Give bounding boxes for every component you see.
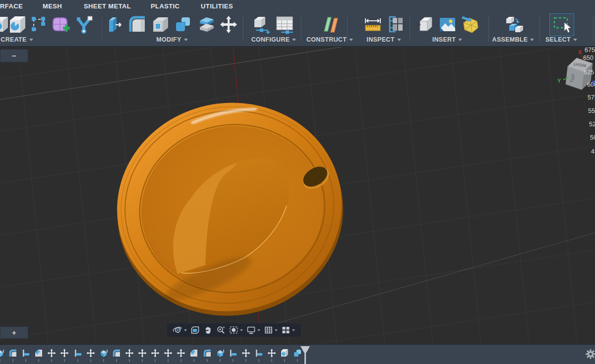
- sketch-feature-icon[interactable]: [228, 348, 238, 358]
- browser-collapse-button[interactable]: −: [0, 49, 28, 62]
- grid-scale-number: 525: [589, 121, 595, 128]
- move-feature-icon[interactable]: [241, 348, 251, 358]
- zoom-icon: [216, 325, 226, 335]
- dropdown-caret-icon: [349, 39, 353, 41]
- chamfer-feature-icon[interactable]: [34, 348, 44, 358]
- pan-button[interactable]: [202, 323, 214, 337]
- insert-derive-icon[interactable]: [414, 15, 433, 35]
- create-form-icon[interactable]: [50, 15, 72, 35]
- zoom-button[interactable]: [215, 323, 227, 337]
- group-label-construct[interactable]: CONSTRUCT: [305, 36, 355, 44]
- timeline-tick: [38, 359, 39, 362]
- modify-press-pull-icon[interactable]: [106, 15, 123, 35]
- toolbar-separator: [301, 16, 301, 42]
- create-pattern-icon[interactable]: [30, 15, 47, 35]
- fillet-feature-icon[interactable]: [202, 348, 212, 358]
- look-at-button[interactable]: [189, 323, 201, 337]
- group-label-text: MODIFY: [156, 36, 181, 43]
- modify-shell-icon[interactable]: [151, 15, 169, 35]
- orbit-icon: [173, 325, 182, 335]
- viewports-button[interactable]: [280, 323, 297, 337]
- orbit-button[interactable]: [172, 323, 188, 337]
- plus-icon: +: [12, 328, 16, 337]
- sketch-feature-icon[interactable]: [73, 348, 83, 358]
- select-tool-button[interactable]: [549, 13, 574, 36]
- insert-mesh-icon[interactable]: [460, 15, 480, 35]
- grid-icon: [264, 325, 273, 335]
- tab-plastic[interactable]: PLASTIC: [151, 2, 179, 10]
- modify-combine-icon[interactable]: [174, 15, 192, 35]
- grid-scale-number: 625: [584, 69, 594, 76]
- model-coffee-cup-lid[interactable]: [100, 85, 360, 334]
- viewport-3d[interactable]: RIGHT TOP X Y 67565062560057555052550047…: [0, 47, 595, 344]
- timeline-settings-gear-icon[interactable]: [585, 349, 595, 360]
- hole-feature-icon[interactable]: [280, 348, 290, 358]
- fillet-feature-icon[interactable]: [8, 348, 18, 358]
- timeline-tick: [116, 359, 117, 362]
- timeline-tick: [90, 359, 91, 362]
- modify-split-body-icon[interactable]: [197, 15, 215, 35]
- move-feature-icon[interactable]: [267, 348, 277, 358]
- fit-button[interactable]: [228, 323, 244, 337]
- insert-canvas-icon[interactable]: [438, 15, 457, 35]
- timeline-tick: [271, 359, 272, 362]
- main-toolbar: CREATE MODIFY CONFIGURE CONSTRUCT INSPEC…: [0, 12, 595, 47]
- assemble-new-component-icon[interactable]: [502, 15, 524, 35]
- timeline-tick: [77, 359, 78, 362]
- sketch-feature-icon[interactable]: [21, 348, 31, 358]
- timeline-tick: [284, 359, 285, 362]
- create-pipe-icon[interactable]: [73, 15, 95, 35]
- move-feature-icon[interactable]: [124, 348, 134, 358]
- group-label-configure[interactable]: CONFIGURE: [249, 36, 298, 44]
- tab-utilities[interactable]: UTILITIES: [201, 2, 233, 10]
- dropdown-caret-icon: [275, 329, 278, 331]
- sketch-feature-icon[interactable]: [254, 348, 264, 358]
- tab-sheet-metal[interactable]: SHEET METAL: [84, 2, 131, 10]
- move-feature-icon[interactable]: [176, 348, 186, 358]
- timeline-tick: [168, 359, 169, 362]
- group-label-assemble[interactable]: ASSEMBLE: [488, 36, 538, 44]
- group-label-modify[interactable]: MODIFY: [147, 36, 197, 44]
- group-label-create[interactable]: CREATE: [0, 36, 34, 44]
- move-feature-icon[interactable]: [137, 348, 147, 358]
- viewcube-axis-z-label: Z: [592, 80, 595, 87]
- tab-mesh[interactable]: MESH: [43, 2, 62, 10]
- configuration-table-icon[interactable]: [274, 15, 295, 35]
- move-feature-icon[interactable]: [60, 348, 69, 358]
- fillet-feature-icon[interactable]: [112, 348, 121, 358]
- chamfer-feature-icon[interactable]: [189, 348, 199, 358]
- configure-feature-icon[interactable]: [251, 15, 271, 35]
- tab-surface[interactable]: RFACE: [0, 2, 23, 10]
- move-feature-icon[interactable]: [150, 348, 160, 358]
- move-feature-icon[interactable]: [47, 348, 57, 358]
- viewports-icon: [281, 325, 291, 335]
- dropdown-caret-icon: [292, 329, 295, 331]
- create-hole-icon[interactable]: [6, 15, 27, 35]
- group-label-select[interactable]: SELECT: [536, 36, 586, 44]
- extrude-feature-icon[interactable]: [215, 348, 225, 358]
- inspect-measure-icon[interactable]: [363, 15, 382, 35]
- group-label-text: ASSEMBLE: [492, 36, 528, 43]
- timeline-tick: [0, 359, 0, 362]
- group-label-text: INSPECT: [366, 36, 394, 43]
- browser-expand-button[interactable]: +: [0, 326, 28, 339]
- extrude-feature-icon[interactable]: [99, 348, 109, 358]
- move-feature-icon[interactable]: [163, 348, 173, 358]
- inspect-section-analysis-icon[interactable]: [386, 15, 404, 35]
- group-label-insert[interactable]: INSERT: [422, 36, 472, 44]
- modify-move-icon[interactable]: [219, 15, 238, 35]
- group-label-text: INSERT: [432, 36, 456, 43]
- timeline-tick: [180, 359, 181, 362]
- modify-fillet-icon[interactable]: [128, 15, 147, 35]
- display-settings-button[interactable]: [245, 323, 262, 337]
- extrude-feature-icon[interactable]: [0, 348, 5, 358]
- toolbar-tab-bar: RFACE MESH SHEET METAL PLASTIC UTILITIES: [0, 0, 595, 12]
- group-label-inspect[interactable]: INSPECT: [359, 36, 409, 44]
- combine-feature-icon[interactable]: [293, 348, 302, 358]
- timeline-playhead[interactable]: [304, 346, 306, 364]
- move-feature-icon[interactable]: [86, 348, 96, 358]
- navigation-toolbar: [167, 323, 301, 337]
- minus-icon: −: [12, 52, 16, 60]
- construct-plane-icon[interactable]: [321, 15, 340, 35]
- grid-display-button[interactable]: [262, 323, 279, 337]
